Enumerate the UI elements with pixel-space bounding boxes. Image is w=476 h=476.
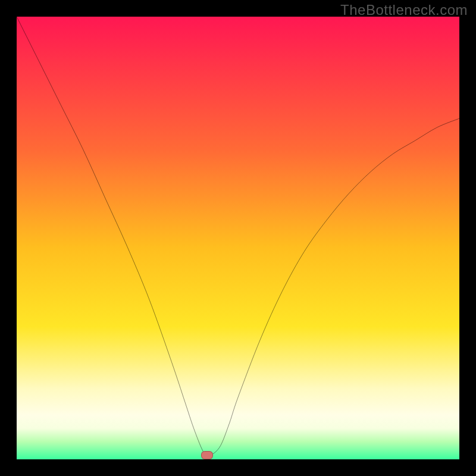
plot-area	[17, 17, 459, 459]
curve-layer	[17, 17, 459, 459]
watermark-text: TheBottleneck.com	[340, 2, 468, 18]
chart-frame: TheBottleneck.com	[0, 0, 476, 476]
bottleneck-curve	[17, 17, 459, 456]
optimal-point-marker	[201, 451, 213, 459]
